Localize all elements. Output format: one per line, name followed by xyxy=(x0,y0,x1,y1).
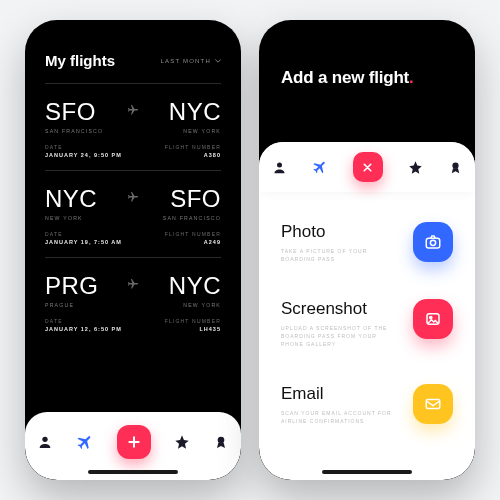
flight-route: NYC NEW YORK SFO SAN FRANCISCO xyxy=(45,185,221,221)
origin: PRG PRAGUE xyxy=(45,272,121,308)
flight-number-label: FLIGHT NUMBER xyxy=(165,144,221,150)
flight-number-value: LH435 xyxy=(165,326,221,332)
svg-point-7 xyxy=(277,162,282,167)
tab-awards[interactable] xyxy=(213,434,229,450)
svg-point-8 xyxy=(452,162,458,168)
svg-point-1 xyxy=(218,437,225,444)
date-value: JANUARY 19, 7:50 AM xyxy=(45,239,122,245)
tab-close-button[interactable] xyxy=(353,152,383,182)
origin: NYC NEW YORK xyxy=(45,185,121,221)
flight-number-col: FLIGHT NUMBER A380 xyxy=(165,144,221,158)
tab-favorites[interactable] xyxy=(408,160,423,175)
origin-code: SFO xyxy=(45,98,121,126)
option-text: Screenshot UPLOAD A SCREENSHOT OF THE BO… xyxy=(281,299,413,348)
tab-add-button[interactable] xyxy=(117,425,151,459)
tab-bar xyxy=(259,142,475,192)
option-text: Email SCAN YOUR EMAIL ACCOUNT FOR AIRLIN… xyxy=(281,384,413,425)
flight-card[interactable]: PRG PRAGUE NYC NEW YORK DATE JANUARY 12,… xyxy=(45,257,221,344)
home-indicator xyxy=(322,470,412,474)
star-icon xyxy=(174,434,190,450)
tab-favorites[interactable] xyxy=(174,434,190,450)
plane-icon xyxy=(121,102,145,130)
date-label: DATE xyxy=(45,144,122,150)
header: My flights LAST MONTH xyxy=(25,20,241,83)
option-email[interactable]: Email SCAN YOUR EMAIL ACCOUNT FOR AIRLIN… xyxy=(281,366,453,443)
star-icon xyxy=(408,160,423,175)
destination-code: NYC xyxy=(145,98,221,126)
flight-route: PRG PRAGUE NYC NEW YORK xyxy=(45,272,221,308)
phone-add-flight: Add a new flight. Photo TAKE A PICTURE O… xyxy=(259,20,475,480)
chevron-down-icon xyxy=(215,59,221,63)
flight-card[interactable]: NYC NEW YORK SFO SAN FRANCISCO DATE JANU… xyxy=(45,170,221,257)
flight-number-col: FLIGHT NUMBER LH435 xyxy=(165,318,221,332)
tab-flights[interactable] xyxy=(76,433,94,451)
origin-city: SAN FRANCISCO xyxy=(45,128,121,134)
date-label: DATE xyxy=(45,318,122,324)
option-title: Photo xyxy=(281,222,401,242)
filter-label: LAST MONTH xyxy=(160,58,211,64)
plane-icon xyxy=(121,276,145,304)
filter-dropdown[interactable]: LAST MONTH xyxy=(160,58,221,64)
options-sheet: Photo TAKE A PICTURE OF YOUR BOARDING PA… xyxy=(259,142,475,480)
origin-code: NYC xyxy=(45,185,121,213)
page-title: My flights xyxy=(45,52,115,69)
destination-city: NEW YORK xyxy=(145,302,221,308)
flight-list: SFO SAN FRANCISCO NYC NEW YORK DATE JANU… xyxy=(25,83,241,344)
image-icon xyxy=(424,310,442,328)
close-icon xyxy=(361,161,374,174)
date-col: DATE JANUARY 24, 9:50 PM xyxy=(45,144,122,158)
destination: SFO SAN FRANCISCO xyxy=(145,185,221,221)
date-col: DATE JANUARY 19, 7:50 AM xyxy=(45,231,122,245)
option-photo[interactable]: Photo TAKE A PICTURE OF YOUR BOARDING PA… xyxy=(281,204,453,281)
svg-rect-6 xyxy=(426,400,440,409)
svg-point-0 xyxy=(42,437,47,442)
destination: NYC NEW YORK xyxy=(145,98,221,134)
accent-dot: . xyxy=(409,68,414,87)
tab-awards[interactable] xyxy=(448,160,463,175)
tab-profile[interactable] xyxy=(37,434,53,450)
award-icon xyxy=(213,434,229,450)
tab-profile[interactable] xyxy=(272,160,287,175)
option-text: Photo TAKE A PICTURE OF YOUR BOARDING PA… xyxy=(281,222,413,263)
destination-code: NYC xyxy=(145,272,221,300)
svg-point-5 xyxy=(430,316,432,318)
flight-number-label: FLIGHT NUMBER xyxy=(165,231,221,237)
hero: Add a new flight. xyxy=(259,20,475,114)
profile-icon xyxy=(37,434,53,450)
origin-code: PRG xyxy=(45,272,121,300)
flight-number-value: A380 xyxy=(165,152,221,158)
date-col: DATE JANUARY 12, 6:50 PM xyxy=(45,318,122,332)
flight-meta: DATE JANUARY 19, 7:50 AM FLIGHT NUMBER A… xyxy=(45,231,221,245)
camera-icon xyxy=(424,233,442,251)
option-subtitle: SCAN YOUR EMAIL ACCOUNT FOR AIRLINE CONF… xyxy=(281,409,401,425)
mail-icon xyxy=(424,395,442,413)
flight-number-label: FLIGHT NUMBER xyxy=(165,318,221,324)
home-indicator xyxy=(88,470,178,474)
plane-icon xyxy=(312,159,328,175)
flight-number-col: FLIGHT NUMBER A249 xyxy=(165,231,221,245)
flight-route: SFO SAN FRANCISCO NYC NEW YORK xyxy=(45,98,221,134)
origin: SFO SAN FRANCISCO xyxy=(45,98,121,134)
option-icon-box xyxy=(413,222,453,262)
destination-code: SFO xyxy=(145,185,221,213)
page-title: Add a new flight. xyxy=(281,68,453,88)
option-screenshot[interactable]: Screenshot UPLOAD A SCREENSHOT OF THE BO… xyxy=(281,281,453,366)
destination-city: SAN FRANCISCO xyxy=(145,215,221,221)
plus-icon xyxy=(126,434,142,450)
option-title: Email xyxy=(281,384,401,404)
destination-city: NEW YORK xyxy=(145,128,221,134)
date-value: JANUARY 12, 6:50 PM xyxy=(45,326,122,332)
option-icon-box xyxy=(413,384,453,424)
flight-meta: DATE JANUARY 12, 6:50 PM FLIGHT NUMBER L… xyxy=(45,318,221,332)
flight-card[interactable]: SFO SAN FRANCISCO NYC NEW YORK DATE JANU… xyxy=(45,83,221,170)
origin-city: PRAGUE xyxy=(45,302,121,308)
phone-my-flights: My flights LAST MONTH SFO SAN FRANCISCO … xyxy=(25,20,241,480)
option-icon-box xyxy=(413,299,453,339)
svg-point-3 xyxy=(430,240,435,245)
option-title: Screenshot xyxy=(281,299,401,319)
tab-flights[interactable] xyxy=(312,159,328,175)
flight-meta: DATE JANUARY 24, 9:50 PM FLIGHT NUMBER A… xyxy=(45,144,221,158)
award-icon xyxy=(448,160,463,175)
plane-icon xyxy=(76,433,94,451)
flight-number-value: A249 xyxy=(165,239,221,245)
